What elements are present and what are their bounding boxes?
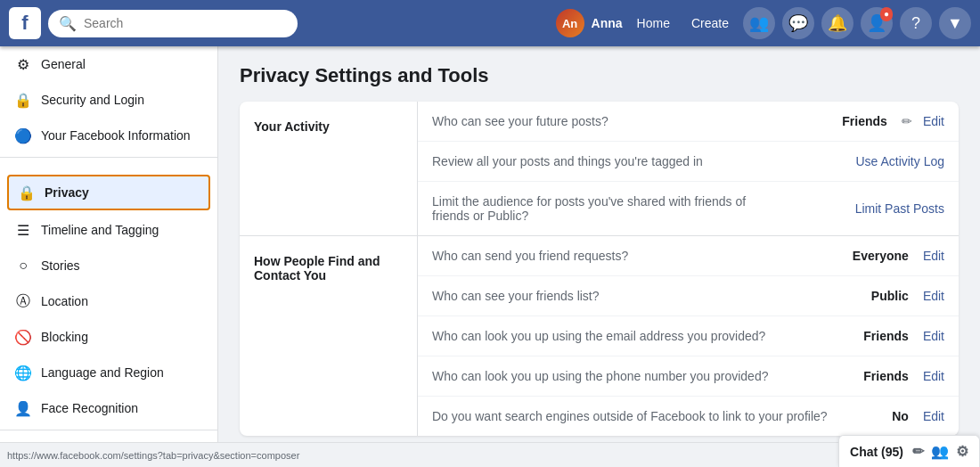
row-value-search-engines: No: [837, 409, 909, 423]
friend-requests-icon-btn[interactable]: 👤 ●: [861, 7, 893, 39]
row-question-friends-list: Who can see your friends list?: [432, 289, 830, 303]
url-text: https://www.facebook.com/settings?tab=pr…: [7, 450, 299, 461]
sidebar-divider: [0, 157, 217, 171]
settings-card: Your Activity Who can see your future po…: [240, 102, 959, 436]
question-icon: ?: [911, 14, 920, 33]
edit-future-posts-button[interactable]: Edit: [923, 114, 944, 128]
table-row: Who can see your friends list? Public Ed…: [418, 276, 959, 316]
row-question-phone-lookup: Who can look you up using the phone numb…: [432, 369, 830, 383]
messenger-icon: 💬: [788, 13, 808, 33]
row-question-future-posts: Who can see your future posts?: [432, 114, 809, 128]
edit-friends-list-button[interactable]: Edit: [923, 289, 944, 303]
row-question-friend-requests: Who can send you friend requests?: [432, 249, 830, 263]
page-layout: ⚙ General 🔒 Security and Login 🔵 Your Fa…: [0, 46, 980, 467]
row-question-email-lookup: Who can look you up using the email addr…: [432, 329, 830, 343]
sidebar-item-blocking[interactable]: 🚫 Blocking: [0, 319, 217, 355]
table-row: Who can look you up using the phone numb…: [418, 356, 959, 397]
notifications-icon-btn[interactable]: 🔔: [821, 7, 853, 39]
edit-email-lookup-button[interactable]: Edit: [923, 329, 944, 343]
facebook-info-icon: 🔵: [14, 127, 32, 144]
search-bar[interactable]: 🔍: [48, 10, 298, 37]
nav-username: Anna: [592, 16, 623, 30]
friends-icon-btn[interactable]: 👥: [743, 7, 775, 39]
main-content: Privacy Settings and Tools Your Activity…: [218, 46, 980, 467]
nav-right: An Anna Home Create 👥 💬 🔔 👤 ● ? ▼: [556, 7, 971, 39]
search-input[interactable]: [84, 16, 287, 30]
language-icon: 🌐: [14, 364, 32, 381]
notification-badge: ●: [880, 7, 893, 21]
row-value-future-posts: Friends: [816, 114, 887, 128]
sidebar-item-location[interactable]: Ⓐ Location: [0, 283, 217, 319]
sidebar-item-language-and-region[interactable]: 🌐 Language and Region: [0, 355, 217, 390]
lock-icon: 🔒: [14, 91, 32, 109]
row-value-email-lookup: Friends: [837, 329, 909, 343]
home-link[interactable]: Home: [630, 12, 677, 34]
row-value-friend-requests: Everyone: [837, 249, 909, 263]
chat-bar[interactable]: Chat (95) ✏ 👥 ⚙: [838, 435, 980, 467]
group-chat-icon[interactable]: 👥: [931, 443, 949, 460]
chevron-down-icon: ▼: [947, 14, 963, 33]
timeline-icon: ☰: [14, 221, 32, 239]
facebook-logo: f: [9, 7, 41, 39]
table-row: Review all your posts and things you're …: [418, 142, 959, 182]
how-people-find-label: How People Find and Contact You: [240, 236, 418, 436]
chat-label: Chat (95): [850, 445, 903, 459]
menu-icon-btn[interactable]: ▼: [939, 7, 971, 39]
chat-settings-icon[interactable]: ⚙: [956, 443, 968, 460]
edit-phone-lookup-button[interactable]: Edit: [923, 369, 944, 383]
table-row: Who can send you friend requests? Everyo…: [418, 236, 959, 276]
status-bar: https://www.facebook.com/settings?tab=pr…: [0, 442, 980, 467]
new-message-icon[interactable]: ✏: [912, 443, 924, 460]
row-question-limit-posts: Limit the audience for posts you've shar…: [432, 194, 763, 223]
sidebar-item-general[interactable]: ⚙ General: [0, 46, 217, 82]
table-row: Who can look you up using the email addr…: [418, 316, 959, 356]
avatar[interactable]: An: [556, 9, 584, 37]
table-row: Limit the audience for posts you've shar…: [418, 182, 959, 235]
how-people-find-rows: Who can send you friend requests? Everyo…: [418, 236, 959, 436]
your-activity-section: Your Activity Who can see your future po…: [240, 102, 959, 236]
sidebar-item-timeline-and-tagging[interactable]: ☰ Timeline and Tagging: [0, 212, 217, 248]
gear-icon: ⚙: [14, 55, 32, 73]
row-question-search-engines: Do you want search engines outside of Fa…: [432, 409, 830, 423]
stories-icon: ○: [14, 257, 32, 274]
sidebar-item-security-and-login[interactable]: 🔒 Security and Login: [0, 82, 217, 118]
page-title: Privacy Settings and Tools: [240, 64, 959, 87]
table-row: Do you want search engines outside of Fa…: [418, 397, 959, 436]
row-value-phone-lookup: Friends: [837, 369, 909, 383]
sidebar-item-facebook-information[interactable]: 🔵 Your Facebook Information: [0, 118, 217, 153]
row-value-friends-list: Public: [837, 289, 909, 303]
row-question-activity-log: Review all your posts and things you're …: [432, 154, 763, 168]
sidebar-item-privacy[interactable]: 🔒 Privacy: [7, 175, 210, 210]
use-activity-log-button[interactable]: Use Activity Log: [855, 154, 944, 168]
how-people-find-section: How People Find and Contact You Who can …: [240, 236, 959, 436]
limit-past-posts-button[interactable]: Limit Past Posts: [855, 201, 944, 216]
face-icon: 👤: [14, 399, 32, 417]
search-icon: 🔍: [59, 15, 77, 32]
help-icon-btn[interactable]: ?: [900, 7, 932, 39]
pencil-icon[interactable]: ✏: [902, 114, 912, 128]
your-activity-rows: Who can see your future posts? Friends ✏…: [418, 102, 959, 235]
your-activity-label: Your Activity: [240, 102, 418, 235]
sidebar: ⚙ General 🔒 Security and Login 🔵 Your Fa…: [0, 46, 218, 467]
bell-icon: 🔔: [828, 13, 847, 33]
table-row: Who can see your future posts? Friends ✏…: [418, 102, 959, 142]
location-icon: Ⓐ: [14, 292, 32, 310]
edit-search-engines-button[interactable]: Edit: [923, 409, 944, 423]
privacy-icon: 🔒: [18, 184, 36, 201]
chat-icons: ✏ 👥 ⚙: [912, 443, 968, 460]
block-icon: 🚫: [14, 328, 32, 346]
create-link[interactable]: Create: [684, 12, 736, 34]
top-navigation: f 🔍 An Anna Home Create 👥 💬 🔔 👤 ● ? ▼: [0, 0, 980, 46]
edit-friend-requests-button[interactable]: Edit: [923, 249, 944, 263]
messenger-icon-btn[interactable]: 💬: [782, 7, 814, 39]
friends-icon: 👥: [749, 13, 769, 33]
sidebar-item-stories[interactable]: ○ Stories: [0, 248, 217, 283]
sidebar-item-face-recognition[interactable]: 👤 Face Recognition: [0, 390, 217, 426]
